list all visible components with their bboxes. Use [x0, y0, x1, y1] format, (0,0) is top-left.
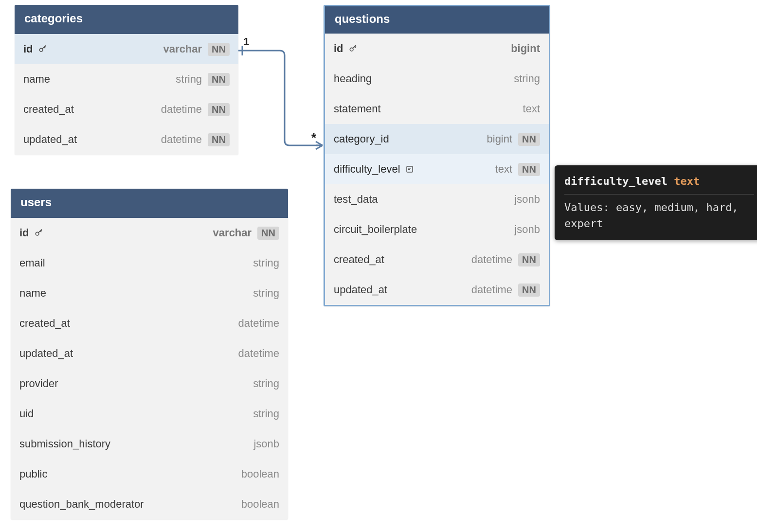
- column-row[interactable]: difficulty_level text NN: [325, 154, 549, 184]
- table-users[interactable]: users id varchar NN email string na: [11, 189, 288, 519]
- column-row[interactable]: statement text: [325, 94, 549, 124]
- key-icon: [348, 44, 358, 53]
- nn-badge: NN: [208, 133, 230, 146]
- column-name: category_id: [334, 133, 389, 145]
- table-header[interactable]: questions: [325, 6, 549, 34]
- column-name: provider: [19, 377, 58, 390]
- column-type: boolean: [241, 468, 279, 480]
- table-header[interactable]: categories: [15, 5, 238, 34]
- column-name: circuit_boilerplate: [334, 223, 417, 236]
- column-name: updated_at: [19, 347, 73, 360]
- column-name: submission_history: [19, 438, 110, 450]
- column-type: bigint: [487, 133, 513, 145]
- column-name: id: [19, 227, 29, 239]
- column-type: varchar: [163, 43, 202, 55]
- relationship-many-label: *: [311, 130, 316, 145]
- column-type: text: [523, 103, 540, 115]
- column-name: name: [19, 287, 46, 300]
- column-row[interactable]: updated_at datetime NN: [15, 124, 238, 155]
- column-row[interactable]: name string: [11, 278, 288, 308]
- column-row[interactable]: provider string: [11, 369, 288, 399]
- column-name: statement: [334, 103, 381, 115]
- column-type: string: [253, 287, 279, 300]
- erd-canvas[interactable]: categories id varchar NN name string: [0, 0, 757, 532]
- column-type: string: [176, 73, 202, 86]
- nn-badge: NN: [208, 103, 230, 116]
- column-name: id: [23, 43, 33, 55]
- column-tooltip: difficulty_level text Values: easy, medi…: [555, 165, 757, 240]
- column-type: datetime: [161, 133, 202, 146]
- column-row[interactable]: submission_history jsonb: [11, 429, 288, 459]
- table-questions[interactable]: questions id bigint heading string state…: [324, 5, 550, 306]
- column-name: id: [334, 42, 343, 55]
- column-row[interactable]: id varchar NN: [15, 34, 238, 64]
- key-icon: [34, 228, 44, 238]
- column-type: jsonb: [514, 193, 540, 206]
- column-name: created_at: [23, 103, 74, 116]
- note-icon: [405, 165, 414, 174]
- column-type: datetime: [238, 317, 279, 330]
- column-row[interactable]: id varchar NN: [11, 218, 288, 248]
- column-name: public: [19, 468, 47, 480]
- column-row[interactable]: updated_at datetime: [11, 338, 288, 369]
- column-name: heading: [334, 72, 372, 85]
- column-row[interactable]: heading string: [325, 64, 549, 94]
- relationship-one-label: 1: [243, 35, 249, 48]
- tooltip-body: Values: easy, medium, hard, expert: [564, 199, 754, 231]
- column-row[interactable]: id bigint: [325, 34, 549, 64]
- column-name: test_data: [334, 193, 378, 206]
- nn-badge: NN: [257, 227, 279, 240]
- column-row[interactable]: email string: [11, 248, 288, 278]
- nn-badge: NN: [518, 284, 540, 297]
- column-row[interactable]: updated_at datetime NN: [325, 275, 549, 305]
- nn-badge: NN: [518, 253, 540, 266]
- column-type: datetime: [238, 347, 279, 360]
- column-type: string: [514, 72, 540, 85]
- column-name: difficulty_level: [334, 163, 400, 176]
- nn-badge: NN: [518, 133, 540, 146]
- table-header[interactable]: users: [11, 189, 288, 218]
- key-icon: [38, 44, 48, 54]
- column-type: string: [253, 408, 279, 420]
- column-row[interactable]: public boolean: [11, 459, 288, 489]
- column-row[interactable]: uid string: [11, 399, 288, 429]
- nn-badge: NN: [208, 73, 230, 86]
- column-type: jsonb: [514, 223, 540, 236]
- column-type: datetime: [471, 284, 512, 296]
- column-type: jsonb: [253, 438, 279, 450]
- column-row[interactable]: category_id bigint NN: [325, 124, 549, 154]
- nn-badge: NN: [208, 43, 230, 56]
- column-name: email: [19, 257, 45, 269]
- column-type: datetime: [161, 103, 202, 116]
- column-name: question_bank_moderator: [19, 498, 144, 511]
- tooltip-field-name: difficulty_level: [564, 175, 667, 187]
- column-type: string: [253, 257, 279, 269]
- tooltip-field-type: text: [674, 175, 700, 187]
- column-name: uid: [19, 408, 34, 420]
- nn-badge: NN: [518, 163, 540, 176]
- column-row[interactable]: created_at datetime NN: [325, 245, 549, 275]
- column-type: bigint: [511, 42, 540, 55]
- column-row[interactable]: created_at datetime NN: [15, 94, 238, 124]
- column-name: name: [23, 73, 50, 86]
- column-row[interactable]: name string NN: [15, 64, 238, 94]
- table-categories[interactable]: categories id varchar NN name string: [15, 5, 238, 155]
- column-type: string: [253, 377, 279, 390]
- column-name: created_at: [19, 317, 70, 330]
- column-name: created_at: [334, 253, 384, 266]
- column-row[interactable]: created_at datetime: [11, 308, 288, 338]
- column-name: updated_at: [23, 133, 77, 146]
- column-type: boolean: [241, 498, 279, 511]
- column-type: varchar: [213, 227, 252, 239]
- column-type: text: [495, 163, 512, 176]
- column-row[interactable]: circuit_boilerplate jsonb: [325, 214, 549, 245]
- column-row[interactable]: test_data jsonb: [325, 184, 549, 214]
- column-row[interactable]: question_bank_moderator boolean: [11, 489, 288, 519]
- column-type: datetime: [471, 253, 512, 266]
- column-name: updated_at: [334, 284, 387, 296]
